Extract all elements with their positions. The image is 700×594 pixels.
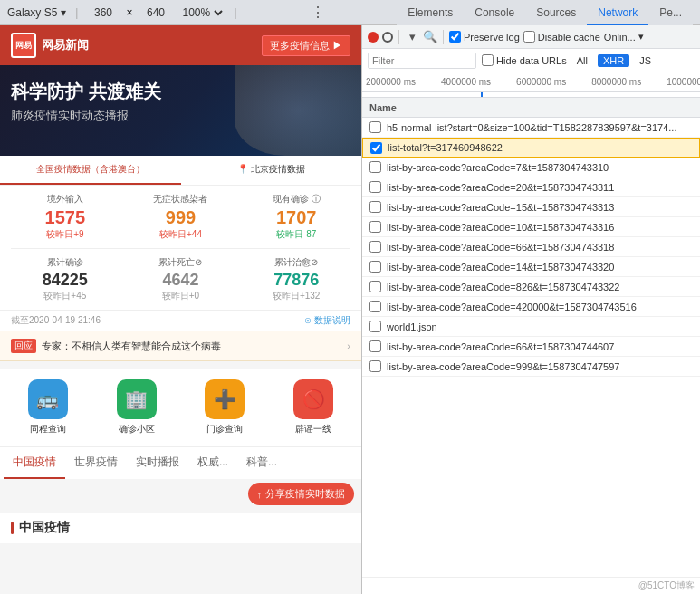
rumor-icon: 🚫 bbox=[293, 379, 333, 419]
dropdown-icon: ▾ bbox=[638, 31, 644, 43]
timestamp-bar: 截至2020-04-19 21:46 ⊙ 数据说明 bbox=[0, 310, 361, 331]
item-9-checkbox[interactable] bbox=[369, 301, 381, 312]
network-item-7[interactable]: list-by-area-code?areaCode=14&t=15873047… bbox=[362, 257, 700, 277]
tab-world-epidemic[interactable]: 世界疫情 bbox=[65, 447, 127, 479]
filter-icon[interactable]: ▾ bbox=[405, 30, 419, 44]
clinic-icon: ➕ bbox=[205, 379, 245, 419]
item-6-checkbox[interactable] bbox=[369, 241, 381, 253]
item-0-checkbox[interactable] bbox=[369, 121, 381, 133]
tick-1: 2000000 ms bbox=[366, 77, 416, 87]
times-icon: × bbox=[126, 6, 132, 19]
filter-input[interactable] bbox=[368, 53, 476, 69]
tab-console[interactable]: Console bbox=[464, 0, 525, 25]
tab-china-epidemic[interactable]: 中国疫情 bbox=[4, 447, 65, 479]
hide-data-urls-label[interactable]: Hide data URLs bbox=[482, 54, 567, 66]
tick-4: 8000000 ms bbox=[591, 77, 641, 87]
record-button[interactable] bbox=[368, 32, 379, 43]
network-item-9[interactable]: list-by-area-code?areaCode=420000&t=1587… bbox=[362, 297, 700, 317]
item-6-name: list-by-area-code?areaCode=66&t=15873047… bbox=[387, 242, 693, 253]
name-column-header: Name bbox=[369, 102, 397, 113]
more-info-button[interactable]: 更多疫情信息 ▶ bbox=[262, 35, 350, 56]
network-item-4[interactable]: list-by-area-code?areaCode=15&t=15873047… bbox=[362, 197, 700, 217]
network-item-0[interactable]: h5-normal-list?start=0&size=100&tid=T158… bbox=[362, 118, 700, 138]
tab-performance[interactable]: Pe... bbox=[648, 0, 693, 25]
mobile-app: 网易 网易新闻 更多疫情信息 ▶ 科学防护 共渡难关 肺炎疫情实时动态播报 全国… bbox=[0, 25, 361, 594]
icon-rumor[interactable]: 🚫 辟谣一线 bbox=[273, 379, 354, 436]
icon-tongcheng[interactable]: 🚌 同程查询 bbox=[7, 379, 89, 436]
xhr-filter-btn[interactable]: XHR bbox=[598, 54, 629, 67]
network-item-6[interactable]: list-by-area-code?areaCode=66&t=15873047… bbox=[362, 237, 700, 257]
zoom-select[interactable]: 100% 75% 50% bbox=[179, 5, 225, 20]
network-item-1[interactable]: list-total?t=317460948622 bbox=[362, 138, 700, 158]
menu-icon[interactable]: ⋮ bbox=[311, 4, 325, 21]
item-2-name: list-by-area-code?areaCode=7&t=158730474… bbox=[387, 162, 693, 173]
network-item-10[interactable]: world1.json bbox=[362, 317, 700, 337]
icon-clinic[interactable]: ➕ 门诊查询 bbox=[185, 379, 266, 436]
imported-number: 1575 bbox=[11, 207, 120, 228]
icon-confirmed-area[interactable]: 🏢 确诊小区 bbox=[96, 379, 177, 436]
tab-more[interactable]: 科普... bbox=[237, 447, 286, 479]
stats-divider bbox=[11, 248, 350, 249]
cum-confirmed-number: 84225 bbox=[11, 271, 120, 290]
network-item-11[interactable]: list-by-area-code?areaCode=66&t=15873047… bbox=[362, 337, 700, 357]
mobile-panel: 网易 网易新闻 更多疫情信息 ▶ 科学防护 共渡难关 肺炎疫情实时动态播报 全国… bbox=[0, 25, 362, 594]
item-5-checkbox[interactable] bbox=[369, 221, 381, 233]
width-input[interactable] bbox=[87, 6, 119, 19]
timeline-cursor bbox=[481, 92, 483, 97]
stop-button[interactable] bbox=[382, 32, 393, 43]
tongcheng-icon: 🚌 bbox=[28, 379, 68, 419]
confirmed-area-icon: 🏢 bbox=[117, 379, 157, 419]
item-1-name: list-total?t=317460948622 bbox=[388, 142, 692, 153]
cum-deaths: 累计死亡⊘ 4642 较昨日+0 bbox=[127, 256, 235, 302]
network-list[interactable]: h5-normal-list?start=0&size=100&tid=T158… bbox=[362, 118, 700, 577]
separator: | bbox=[73, 6, 80, 19]
data-source-link[interactable]: ⊙ 数据说明 bbox=[304, 314, 350, 327]
tab-policy[interactable]: 权威... bbox=[188, 447, 237, 479]
tab-sources[interactable]: Sources bbox=[525, 0, 587, 25]
tab-elements[interactable]: Elements bbox=[397, 0, 464, 25]
preserve-log-checkbox[interactable] bbox=[449, 31, 461, 43]
imported-change: 较昨日+9 bbox=[11, 228, 120, 241]
item-10-checkbox[interactable] bbox=[369, 321, 381, 332]
all-filter-btn[interactable]: All bbox=[572, 53, 592, 68]
disable-cache-checkbox[interactable] bbox=[523, 31, 535, 43]
item-7-checkbox[interactable] bbox=[369, 261, 381, 273]
network-item-8[interactable]: list-by-area-code?areaCode=826&t=1587304… bbox=[362, 277, 700, 297]
item-4-name: list-by-area-code?areaCode=15&t=15873047… bbox=[387, 202, 693, 213]
tab-national[interactable]: 全国疫情数据（含港澳台） bbox=[0, 156, 181, 185]
search-icon[interactable]: 🔍 bbox=[423, 30, 437, 44]
network-item-3[interactable]: list-by-area-code?areaCode=20&t=15873047… bbox=[362, 177, 700, 197]
js-filter-btn[interactable]: JS bbox=[635, 53, 656, 68]
device-selector[interactable]: Galaxy S5 ▾ bbox=[7, 6, 66, 19]
preserve-log-label[interactable]: Preserve log bbox=[449, 31, 520, 43]
online-label[interactable]: Onlin... ▾ bbox=[604, 31, 644, 43]
alert-banner[interactable]: 回应 专家：不相信人类有智慧能合成这个病毒 › bbox=[0, 331, 361, 361]
network-item-12[interactable]: list-by-area-code?areaCode=999&t=1587304… bbox=[362, 357, 700, 377]
asymptomatic-label: 无症状感染者 bbox=[127, 193, 235, 206]
stats-section: 境外输入 1575 较昨日+9 无症状感染者 999 较昨日+44 现有确诊 ⓘ… bbox=[0, 186, 361, 310]
disable-cache-label[interactable]: Disable cache bbox=[523, 31, 600, 43]
item-1-checkbox[interactable] bbox=[370, 142, 382, 154]
tab-beijing[interactable]: 📍 北京疫情数据 bbox=[181, 156, 362, 185]
item-3-checkbox[interactable] bbox=[369, 181, 381, 193]
item-8-checkbox[interactable] bbox=[369, 281, 381, 292]
height-input[interactable] bbox=[140, 6, 172, 19]
tab-realtime-news[interactable]: 实时播报 bbox=[127, 447, 188, 479]
item-12-checkbox[interactable] bbox=[369, 360, 381, 372]
cum-recovered-change: 较昨日+132 bbox=[242, 290, 350, 302]
item-11-checkbox[interactable] bbox=[369, 340, 381, 352]
logo-icon: 网易 bbox=[11, 33, 36, 58]
bottom-tabs: 中国疫情 世界疫情 实时播报 权威... 科普... bbox=[0, 446, 361, 479]
confirmed-area-label: 确诊小区 bbox=[96, 423, 177, 436]
current-label: 现有确诊 ⓘ bbox=[242, 193, 350, 206]
tab-network[interactable]: Network bbox=[587, 0, 648, 25]
share-button[interactable]: ↑ 分享疫情实时数据 bbox=[248, 483, 355, 505]
item-4-checkbox[interactable] bbox=[369, 201, 381, 213]
network-item-2[interactable]: list-by-area-code?areaCode=7&t=158730474… bbox=[362, 158, 700, 177]
toolbar-separator-2 bbox=[443, 30, 444, 44]
share-btn-bar: ↑ 分享疫情实时数据 bbox=[0, 479, 361, 509]
logo-text: 网易新闻 bbox=[42, 37, 89, 53]
network-item-5[interactable]: list-by-area-code?areaCode=10&t=15873047… bbox=[362, 217, 700, 237]
hide-data-urls-checkbox[interactable] bbox=[482, 54, 494, 66]
item-2-checkbox[interactable] bbox=[369, 161, 381, 173]
